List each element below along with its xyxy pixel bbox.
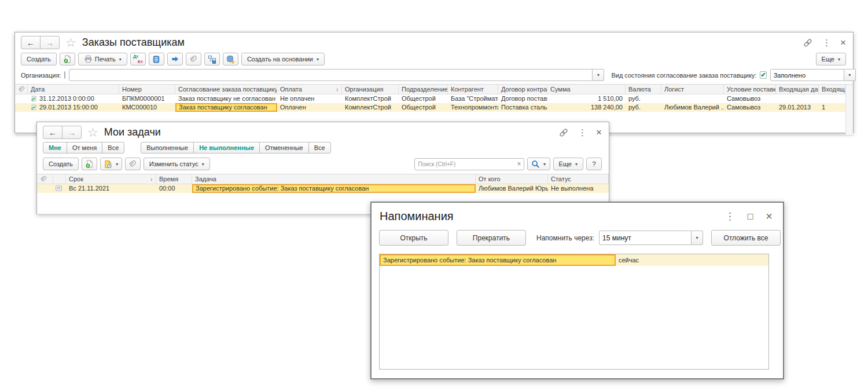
filter-all-owner[interactable]: Все: [102, 142, 124, 154]
cell-incoming-date: 29.01.2013: [776, 103, 819, 112]
print-button[interactable]: Печать▾: [78, 53, 127, 65]
filter-done[interactable]: Выполненные: [141, 142, 194, 154]
more-button[interactable]: Еще▾: [553, 158, 583, 170]
dtkt-posting-button[interactable]: Дт Кт: [130, 53, 146, 65]
filter-all-status[interactable]: Все: [308, 142, 331, 154]
close-icon[interactable]: ×: [596, 127, 602, 138]
copy-document-button[interactable]: [82, 158, 97, 170]
attachments-button[interactable]: [186, 53, 201, 65]
search-input[interactable]: [414, 158, 524, 170]
col-header[interactable]: Логист: [661, 85, 724, 94]
filter-not-done[interactable]: Не выполненные: [193, 142, 260, 154]
menu-kebab-icon[interactable]: ⋮: [578, 127, 587, 138]
col-header[interactable]: Организация: [342, 85, 399, 94]
remind-after-input[interactable]: [599, 231, 692, 245]
change-status-button[interactable]: Изменить статус▾: [144, 158, 210, 170]
defer-task-button[interactable]: ▾: [100, 158, 122, 170]
organization-input[interactable]: [69, 69, 593, 81]
forward-icon: →: [46, 38, 54, 47]
copy-document-icon: [85, 159, 94, 169]
close-icon[interactable]: ×: [766, 210, 773, 223]
col-header[interactable]: От кого: [476, 174, 548, 184]
col-header[interactable]: Контрагент: [448, 85, 498, 94]
create-based-on-button[interactable]: Создать на основании▾: [241, 53, 325, 65]
col-header[interactable]: Задача: [192, 174, 476, 184]
forward-button[interactable]: →: [62, 126, 82, 139]
favorite-star-icon[interactable]: ☆: [87, 127, 98, 138]
reminder-row-selected[interactable]: Зарегистрировано событие: Заказ поставщи…: [380, 254, 768, 266]
col-header[interactable]: Время: [156, 174, 192, 184]
col-header[interactable]: Номер: [119, 85, 175, 94]
help-button[interactable]: ?: [586, 158, 602, 170]
organization-dropdown-button[interactable]: ▾: [593, 69, 604, 81]
state-kind-dropdown-button[interactable]: ▾: [844, 69, 856, 81]
cell-date: 29.01.2013 15:00:00: [28, 103, 119, 112]
filter-mine[interactable]: Мне: [43, 142, 67, 154]
back-button[interactable]: ←: [43, 126, 62, 139]
more-button[interactable]: Еще▾: [816, 53, 846, 65]
cell-contract: Договор поставки ...: [498, 94, 547, 103]
state-kind-checkbox[interactable]: ✔: [760, 71, 766, 79]
sort-desc-icon: ↓: [334, 85, 339, 94]
col-header[interactable]: Оплата↓: [277, 85, 342, 94]
copy-document-button[interactable]: [60, 53, 75, 65]
col-header[interactable]: Дата: [28, 85, 119, 94]
col-header[interactable]: Валюта: [626, 85, 661, 94]
state-kind-input[interactable]: [770, 69, 844, 81]
col-header[interactable]: Сумма: [547, 85, 626, 94]
organization-checkbox[interactable]: [64, 71, 65, 79]
create-button[interactable]: Создать: [21, 53, 57, 65]
table-row[interactable]: 31.12.2013 0:00:00 БПКМ0000001 Заказ пос…: [15, 94, 845, 103]
task-row-selected[interactable]: Вс 21.11.2021 00:00 Зарегистрировано соб…: [37, 184, 609, 193]
col-header[interactable]: Входящий номер: [819, 85, 845, 94]
list-register-button[interactable]: [149, 53, 164, 65]
related-data-button[interactable]: [223, 53, 238, 65]
maximize-icon[interactable]: □: [748, 211, 753, 222]
postpone-all-button[interactable]: Отложить все: [711, 230, 781, 246]
state-kind-label: Вид состояния согласование заказа постав…: [611, 72, 756, 79]
menu-kebab-icon[interactable]: ⋮: [725, 210, 735, 222]
filter-cancelled[interactable]: Отмененные: [259, 142, 309, 154]
open-button[interactable]: Открыть: [379, 230, 448, 246]
page-title: Напоминания: [380, 210, 454, 223]
col-header[interactable]: Договор контраген...: [498, 85, 547, 94]
filter-from-me[interactable]: От меня: [67, 142, 102, 154]
search-clear-icon[interactable]: ×: [517, 160, 521, 168]
paperclip-icon: [128, 160, 137, 169]
check-icon: ✔: [760, 72, 766, 78]
vertical-scrollbar[interactable]: [845, 85, 853, 135]
col-header[interactable]: Условие поставки: [724, 85, 776, 94]
status-filter-group: Выполненные Не выполненные Отмененные Вс…: [141, 142, 330, 154]
favorite-star-icon[interactable]: ☆: [65, 37, 76, 49]
nav-buttons: ← →: [21, 36, 60, 49]
col-header[interactable]: Входящая дата: [776, 85, 819, 94]
stop-button[interactable]: Прекратить: [457, 230, 526, 246]
sort-desc-icon: ↓: [149, 175, 153, 184]
col-header[interactable]: Подразделение ор...: [399, 85, 448, 94]
cell-time: 00:00: [156, 184, 192, 193]
cell-contract: Поставка стальны...: [498, 103, 547, 112]
cell-logist: Любимов Валерий ...: [661, 103, 724, 112]
back-button[interactable]: ←: [21, 36, 41, 49]
page-title: Мои задачи: [104, 126, 161, 138]
attachments-button[interactable]: [125, 158, 141, 170]
col-header[interactable]: Срок↓: [66, 174, 156, 184]
link-icon[interactable]: [803, 38, 813, 47]
remind-after-dropdown-button[interactable]: ▾: [692, 231, 703, 245]
close-icon[interactable]: ×: [840, 37, 846, 49]
col-header[interactable]: Статус: [548, 174, 609, 184]
link-icon[interactable]: [558, 128, 569, 137]
search-button[interactable]: ▾: [527, 158, 550, 170]
create-button[interactable]: Создать: [43, 158, 79, 170]
cell-organization: КомплектСтрой: [342, 103, 399, 112]
table-row-selected[interactable]: 29.01.2013 15:00:00 КМС000010 Заказ пост…: [15, 103, 845, 112]
go-to-button[interactable]: [167, 53, 183, 65]
page-title: Заказы поставщикам: [82, 36, 185, 49]
attachment-column-icon: [15, 85, 28, 94]
reminders-list: Зарегистрировано событие: Заказ поставщи…: [379, 254, 769, 370]
linked-documents-button[interactable]: [204, 53, 220, 65]
col-header[interactable]: Согласование заказа поставщику: [175, 85, 277, 94]
forward-button[interactable]: →: [40, 36, 60, 49]
menu-kebab-icon[interactable]: ⋮: [822, 38, 831, 48]
cell-incoming-number: 1: [819, 103, 845, 112]
